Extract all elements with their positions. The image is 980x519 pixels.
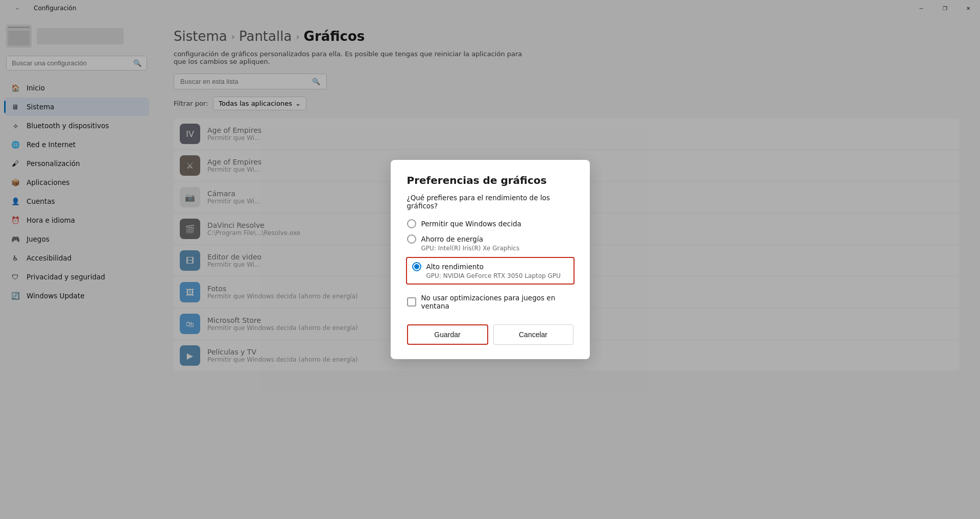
preferences-dialog: Preferencias de gráficos ¿Qué prefieres … — [391, 160, 590, 359]
checkbox-games[interactable] — [407, 297, 416, 306]
dialog-question: ¿Qué prefieres para el rendimiento de lo… — [407, 194, 573, 210]
radio-item-ahorro: Ahorro de energía GPU: Intel(R) Iris(R) … — [407, 234, 573, 252]
dialog-title: Preferencias de gráficos — [407, 174, 573, 186]
radio-sub-ahorro: GPU: Intel(R) Iris(R) Xe Graphics — [407, 245, 573, 252]
save-button[interactable]: Guardar — [407, 324, 488, 345]
radio-alto[interactable] — [412, 262, 421, 271]
radio-group: Permitir que Windows decida Ahorro de en… — [407, 219, 573, 284]
cancel-button[interactable]: Cancelar — [493, 324, 573, 345]
radio-label-alto: Alto rendimiento — [426, 263, 484, 271]
radio-sub-alto: GPU: NVIDIA GeForce RTX 3050 Laptop GPU — [412, 272, 568, 279]
radio-ahorro[interactable] — [407, 234, 416, 244]
radio-label-windows: Permitir que Windows decida — [421, 220, 521, 228]
radio-item-windows: Permitir que Windows decida — [407, 219, 573, 228]
radio-item-alto: Alto rendimiento GPU: NVIDIA GeForce RTX… — [406, 257, 575, 285]
checkbox-label-games: No usar optimizaciones para juegos en ve… — [421, 294, 573, 310]
radio-windows[interactable] — [407, 219, 416, 228]
dialog-buttons: Guardar Cancelar — [407, 324, 573, 345]
dialog-overlay[interactable]: Preferencias de gráficos ¿Qué prefieres … — [0, 0, 980, 519]
checkbox-row[interactable]: No usar optimizaciones para juegos en ve… — [407, 294, 573, 310]
radio-row-ahorro[interactable]: Ahorro de energía — [407, 234, 573, 244]
radio-label-ahorro: Ahorro de energía — [421, 235, 483, 243]
radio-row-alto[interactable]: Alto rendimiento — [412, 262, 568, 271]
radio-row-windows[interactable]: Permitir que Windows decida — [407, 219, 573, 228]
